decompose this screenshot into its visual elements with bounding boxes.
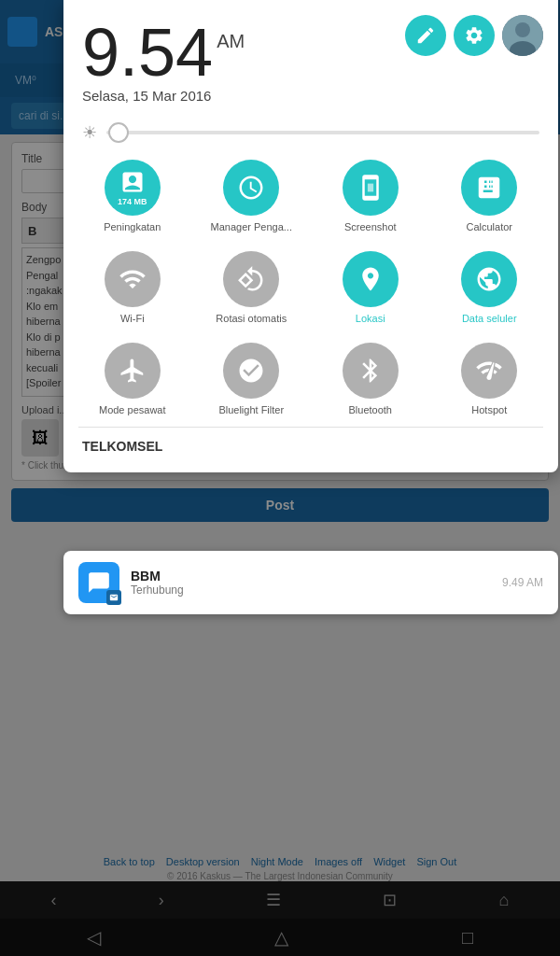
mode-pesawat-icon [105, 343, 161, 399]
wifi-item[interactable]: Wi-Fi [75, 244, 190, 331]
settings-button[interactable] [454, 15, 495, 56]
lokasi-icon [343, 251, 399, 307]
time-value: 9.54 [82, 19, 213, 86]
data-seluler-icon [461, 251, 517, 307]
grid-row-2: Wi-Fi Rotasi otomatis Lokasi [63, 244, 558, 331]
brightness-row: ☀ [63, 122, 558, 152]
panel-divider [78, 427, 543, 428]
hotspot-icon [461, 343, 517, 399]
bluetooth-label: Bluetooth [349, 404, 392, 415]
rotasi-icon [223, 251, 279, 307]
lokasi-label: Lokasi [356, 313, 385, 324]
bluelight-item[interactable]: Bluelight Filter [194, 335, 310, 423]
peningkatan-size-label: 174 MB [118, 197, 147, 206]
screenshot-label: Screenshot [344, 221, 397, 232]
wifi-icon [105, 251, 161, 307]
screenshot-icon [343, 160, 399, 216]
data-seluler-label: Data seluler [462, 313, 517, 324]
brightness-icon: ☀ [82, 122, 97, 143]
calculator-item[interactable]: Calculator [432, 152, 548, 240]
notif-content: BBM Terhubung [131, 569, 491, 597]
ampm: AM [217, 32, 245, 50]
notification-card[interactable]: BBM Terhubung 9.49 AM [63, 551, 558, 614]
bluelight-icon [223, 343, 279, 399]
screenshot-item[interactable]: Screenshot [313, 152, 428, 240]
hotspot-item[interactable]: Hotspot [432, 335, 548, 423]
panel-header: 9.54 AM Selasa, 15 Mar 2016 [63, 0, 558, 122]
manager-penga-label: Manager Penga... [211, 221, 292, 232]
manager-penga-item[interactable]: Manager Penga... [194, 152, 310, 240]
data-seluler-item[interactable]: Data seluler [432, 244, 548, 331]
quick-settings-panel: 9.54 AM Selasa, 15 Mar 2016 [63, 0, 558, 472]
notif-badge [106, 590, 121, 605]
peningkatan-icon: 174 MB [105, 160, 161, 216]
grid-row-3: Mode pesawat Bluelight Filter Bluetooth [63, 335, 558, 423]
mode-pesawat-label: Mode pesawat [99, 404, 166, 415]
edit-button[interactable] [405, 15, 446, 56]
peningkatan-label: Peningkatan [104, 221, 161, 232]
calculator-label: Calculator [466, 221, 512, 232]
carrier-name: TELKOMSEL [63, 431, 558, 461]
notif-subtitle: Terhubung [131, 583, 491, 597]
bluelight-label: Bluelight Filter [218, 404, 284, 415]
panel-top-icons [405, 15, 543, 56]
calculator-icon [461, 160, 517, 216]
wifi-label: Wi-Fi [120, 313, 145, 324]
rotasi-item[interactable]: Rotasi otomatis [194, 244, 310, 331]
rotasi-label: Rotasi otomatis [216, 313, 287, 324]
notif-app-icon [78, 562, 119, 603]
profile-button[interactable] [502, 15, 543, 56]
svg-point-1 [515, 22, 530, 37]
brightness-thumb[interactable] [108, 122, 129, 143]
notif-time: 9.49 AM [502, 576, 543, 589]
bluetooth-item[interactable]: Bluetooth [313, 335, 428, 423]
brightness-track[interactable] [106, 131, 539, 134]
hotspot-label: Hotspot [471, 404, 507, 415]
peningkatan-item[interactable]: 174 MB Peningkatan [75, 152, 190, 240]
date-display: Selasa, 15 Mar 2016 [82, 88, 539, 104]
bluetooth-icon [343, 343, 399, 399]
notif-title: BBM [131, 569, 491, 583]
mode-pesawat-item[interactable]: Mode pesawat [75, 335, 190, 423]
grid-row-1: 174 MB Peningkatan Manager Penga... Scre… [63, 152, 558, 240]
lokasi-item[interactable]: Lokasi [313, 244, 428, 331]
manager-penga-icon [223, 160, 279, 216]
